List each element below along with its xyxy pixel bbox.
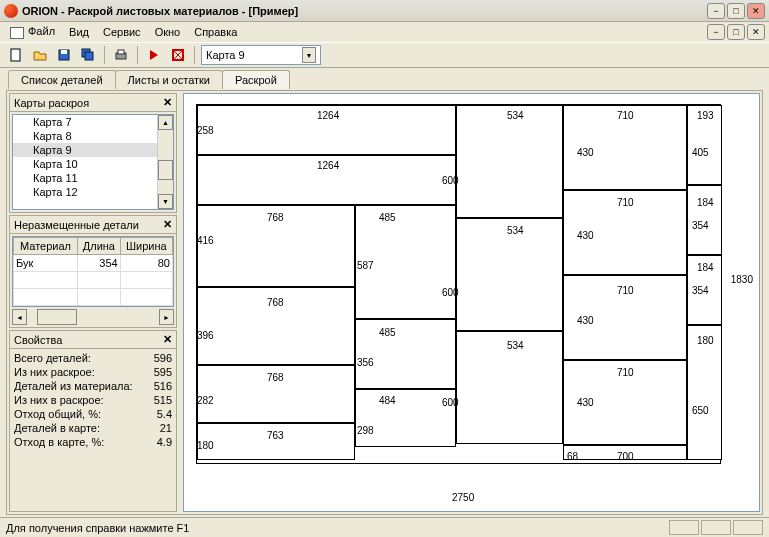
dimension-label: 354 [692,285,709,296]
prop-row: Деталей из материала:516 [14,379,172,393]
mdi-restore[interactable]: □ [727,24,745,40]
tab-bar: Список деталей Листы и остатки Раскрой [0,68,769,89]
prop-row: Из них раскрое:595 [14,365,172,379]
dimension-label: 430 [577,397,594,408]
scrollbar[interactable]: ▲ ▼ [157,115,173,209]
list-item[interactable]: Карта 7 [13,115,157,129]
cutting-canvas[interactable]: 1264258126460076848541658760076839648535… [183,93,760,512]
col-width[interactable]: Ширина [120,238,172,255]
prop-row: Из них в раскрое:515 [14,393,172,407]
open-icon[interactable] [30,45,50,65]
cut-piece[interactable] [456,105,563,218]
dimension-label: 534 [507,225,524,236]
scroll-down-icon[interactable]: ▼ [158,194,173,209]
dimension-label: 193 [697,110,714,121]
mdi-minimize[interactable]: − [707,24,725,40]
dimension-label: 485 [379,212,396,223]
dimension-label: 405 [692,147,709,158]
save-icon[interactable] [54,45,74,65]
dimension-label: 600 [442,287,459,298]
props-title: Свойства [14,334,62,346]
close-icon[interactable]: ✕ [163,96,172,109]
maximize-button[interactable]: □ [727,3,745,19]
stop-icon[interactable] [168,45,188,65]
dimension-label: 700 [617,451,634,462]
map-selector-value: Карта 9 [206,49,245,61]
dimension-label: 710 [617,367,634,378]
tab-parts[interactable]: Список деталей [8,70,116,89]
scroll-right-icon[interactable]: ► [159,309,174,325]
props-panel: Свойства✕ Всего деталей:596Из них раскро… [9,330,177,512]
svg-rect-6 [118,50,124,54]
tab-sheets[interactable]: Листы и остатки [115,70,223,89]
sheet-height: 1830 [731,274,753,285]
menu-view[interactable]: Вид [63,24,95,40]
dimension-label: 600 [442,175,459,186]
svg-rect-0 [11,49,20,61]
dimension-label: 534 [507,340,524,351]
dimension-label: 184 [697,197,714,208]
list-item[interactable]: Карта 10 [13,157,157,171]
close-icon[interactable]: ✕ [163,333,172,346]
dimension-label: 430 [577,315,594,326]
dimension-label: 1264 [317,160,339,171]
dimension-label: 68 [567,451,578,462]
svg-rect-2 [61,50,67,54]
saveall-icon[interactable] [78,45,98,65]
menu-help[interactable]: Справка [188,24,243,40]
dimension-label: 485 [379,327,396,338]
print-icon[interactable] [111,45,131,65]
toolbar: Карта 9 ▼ [0,42,769,68]
minimize-button[interactable]: − [707,3,725,19]
menu-service[interactable]: Сервис [97,24,147,40]
cut-piece[interactable] [355,389,456,447]
col-length[interactable]: Длина [78,238,121,255]
list-item[interactable]: Карта 8 [13,129,157,143]
dimension-label: 587 [357,260,374,271]
menu-window[interactable]: Окно [149,24,187,40]
maps-panel: Карты раскроя✕ Карта 7Карта 8Карта 9Карт… [9,93,177,213]
scroll-up-icon[interactable]: ▲ [158,115,173,130]
cut-piece[interactable] [197,423,355,460]
dimension-label: 763 [267,430,284,441]
list-item[interactable]: Карта 11 [13,171,157,185]
close-button[interactable]: ✕ [747,3,765,19]
list-item[interactable]: Карта 9 [13,143,157,157]
new-icon[interactable] [6,45,26,65]
tab-cutting[interactable]: Раскрой [222,70,290,89]
run-icon[interactable] [144,45,164,65]
prop-row: Деталей в карте:21 [14,421,172,435]
app-icon [4,4,18,18]
svg-rect-4 [85,52,93,60]
prop-row: Отход общий, %:5.4 [14,407,172,421]
list-item[interactable]: Карта 12 [13,185,157,199]
status-text: Для получения справки нажмите F1 [6,522,189,534]
dimension-label: 180 [197,440,214,451]
dimension-label: 710 [617,197,634,208]
table-row[interactable]: Бук 354 80 [14,255,173,272]
dimension-label: 282 [197,395,214,406]
menu-file[interactable]: Файл [4,23,61,40]
col-material[interactable]: Материал [14,238,78,255]
menubar: Файл Вид Сервис Окно Справка − □ ✕ [0,22,769,42]
dimension-label: 430 [577,147,594,158]
dimension-label: 356 [357,357,374,368]
dimension-label: 354 [692,220,709,231]
dimension-label: 180 [697,335,714,346]
cut-piece[interactable] [355,319,456,389]
unplaced-panel: Неразмещенные детали✕ Материал Длина Шир… [9,215,177,328]
dimension-label: 484 [379,395,396,406]
scroll-thumb[interactable] [37,309,77,325]
scroll-thumb[interactable] [158,160,173,180]
mdi-close[interactable]: ✕ [747,24,765,40]
close-icon[interactable]: ✕ [163,218,172,231]
dimension-label: 600 [442,397,459,408]
scroll-left-icon[interactable]: ◄ [12,309,27,325]
dimension-label: 710 [617,110,634,121]
dimension-label: 768 [267,297,284,308]
dimension-label: 768 [267,212,284,223]
chevron-down-icon[interactable]: ▼ [302,47,316,63]
dimension-label: 430 [577,230,594,241]
dimension-label: 768 [267,372,284,383]
map-selector[interactable]: Карта 9 ▼ [201,45,321,65]
